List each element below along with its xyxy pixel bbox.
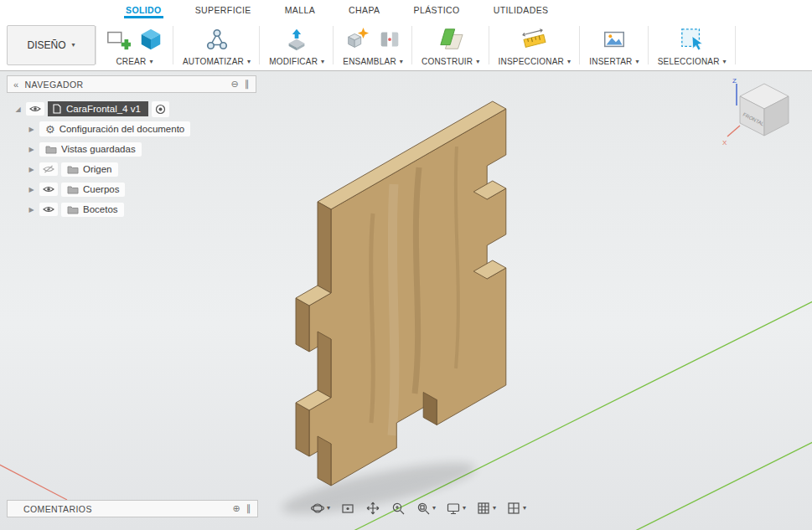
expand-icon[interactable]: ▶ (27, 166, 36, 173)
drag-handle-icon[interactable]: ∥ (246, 503, 251, 514)
joint-icon (377, 27, 402, 52)
expand-icon[interactable]: ▶ (27, 126, 36, 133)
automate-button[interactable] (204, 26, 230, 53)
joint-button[interactable] (376, 26, 403, 53)
fit-button[interactable]: ▾ (414, 500, 437, 517)
group-label: CREAR (116, 57, 146, 66)
chevron-down-icon: ▾ (493, 505, 496, 512)
model-tab-side[interactable] (296, 403, 309, 456)
new-component-icon (344, 27, 370, 52)
insert-image-button[interactable] (601, 26, 628, 53)
measure-icon (522, 27, 547, 52)
tree-item-sketches[interactable]: ▶ Bocetos (27, 199, 256, 219)
zoom-button[interactable] (389, 500, 407, 517)
group-dropdown-automatizar[interactable]: AUTOMATIZAR ▾ (183, 57, 251, 66)
folder-icon (45, 145, 57, 154)
new-component-button[interactable] (344, 26, 370, 53)
group-dropdown-construir[interactable]: CONSTRUIR ▾ (422, 57, 479, 66)
zoom-fit-icon (416, 501, 431, 516)
tab-chapa[interactable]: CHAPA (347, 2, 381, 18)
minimize-panel-icon[interactable]: ⊖ (230, 79, 239, 90)
gear-icon: ⚙ (45, 124, 55, 135)
navigator-tree: ◢ CaraFrontal_4 v1 (7, 93, 256, 219)
chevron-down-icon: ▾ (72, 42, 75, 49)
group-dropdown-insertar[interactable]: INSERTAR ▾ (589, 57, 639, 66)
comments-header[interactable]: COMENTARIOS ⊕ ∥ (7, 500, 258, 517)
model-body[interactable] (296, 101, 506, 486)
viewport[interactable]: Z X FRONTAL « NAVEGADOR ⊖ ∥ ◢ (0, 71, 812, 530)
orbit-button[interactable]: ▾ (308, 500, 332, 517)
press-pull-button[interactable] (283, 26, 310, 53)
group-label: ENSAMBLAR (343, 57, 396, 66)
press-pull-icon (284, 27, 309, 52)
tab-malla[interactable]: MALLA (283, 2, 317, 18)
eye-hidden-icon (43, 165, 54, 173)
expand-icon[interactable]: ▶ (27, 206, 36, 214)
look-at-icon (340, 501, 355, 516)
pan-button[interactable] (364, 500, 382, 517)
group-dropdown-seleccionar[interactable]: SELECCIONAR ▾ (658, 57, 727, 66)
visibility-toggle[interactable] (39, 162, 58, 176)
model-tab-side[interactable] (296, 298, 309, 352)
construct-plane-button[interactable] (437, 26, 464, 53)
navigator-panel: « NAVEGADOR ⊖ ∥ ◢ (7, 75, 256, 219)
tree-root-row[interactable]: ◢ CaraFrontal_4 v1 (13, 99, 256, 119)
pan-icon (365, 501, 380, 516)
create-solid-button[interactable] (137, 26, 164, 53)
chevron-down-icon: ▾ (723, 59, 727, 65)
group-label: INSERTAR (589, 57, 632, 66)
tree-item-document-settings[interactable]: ▶ ⚙ Configuración del documento (27, 119, 256, 139)
automation-nodes-icon (204, 27, 230, 52)
tree-item-origin[interactable]: ▶ Origen (27, 159, 256, 179)
model-left-edge[interactable] (318, 202, 331, 293)
select-cursor-icon (680, 27, 705, 52)
ribbon: SOLIDO SUPERFICIE MALLA CHAPA PLÁSTICO U… (0, 0, 812, 71)
viewports-button[interactable]: ▾ (504, 500, 528, 517)
ribbon-toolbar: DISEÑO ▾ (0, 18, 812, 70)
axis-x-label: X (722, 139, 727, 147)
document-icon (53, 104, 61, 114)
tree-item-label: Vistas guardadas (61, 144, 136, 154)
expand-open-icon[interactable]: ◢ (13, 105, 23, 113)
eye-icon (29, 105, 41, 113)
chevron-down-icon: ▾ (567, 59, 571, 65)
tab-utilidades[interactable]: UTILIDADES (492, 2, 551, 18)
group-dropdown-crear[interactable]: CREAR ▾ (116, 57, 153, 66)
select-button[interactable] (679, 26, 706, 53)
tree-item-bodies[interactable]: ▶ Cuerpos (27, 179, 256, 199)
add-comment-icon[interactable]: ⊕ (232, 503, 240, 514)
create-sketch-button[interactable] (105, 26, 132, 53)
display-settings-icon (446, 501, 461, 516)
design-menu-button[interactable]: DISEÑO ▾ (7, 25, 96, 65)
visibility-toggle[interactable] (26, 102, 44, 116)
chevron-down-icon: ▾ (636, 59, 639, 65)
navigator-header[interactable]: « NAVEGADOR ⊖ ∥ (7, 75, 256, 93)
group-dropdown-ensamblar[interactable]: ENSAMBLAR ▾ (343, 57, 403, 66)
group-seleccionar: SELECCIONAR ▾ (649, 20, 736, 70)
tab-plastico[interactable]: PLÁSTICO (412, 2, 462, 18)
visibility-toggle[interactable] (39, 203, 58, 216)
expand-icon[interactable]: ▶ (27, 186, 36, 193)
group-dropdown-modificar[interactable]: MODIFICAR ▾ (269, 57, 324, 66)
grid-icon (476, 501, 491, 516)
model-left-edge[interactable] (318, 436, 331, 486)
view-cube[interactable]: Z X FRONTAL (722, 77, 789, 147)
radio-icon (155, 104, 166, 115)
group-label: INSPECCIONAR (499, 57, 565, 66)
tab-solido[interactable]: SOLIDO (124, 2, 163, 18)
expand-icon[interactable]: ▶ (27, 146, 36, 153)
look-at-button[interactable] (339, 500, 357, 517)
model-left-edge[interactable] (318, 332, 331, 398)
tab-superficie[interactable]: SUPERFICIE (194, 2, 253, 18)
grid-settings-button[interactable]: ▾ (474, 500, 498, 517)
activate-component-radio[interactable] (152, 101, 169, 117)
root-component[interactable]: CaraFrontal_4 v1 (48, 101, 148, 116)
collapse-panel-icon[interactable]: « (13, 80, 19, 90)
group-dropdown-inspeccionar[interactable]: INSPECCIONAR ▾ (499, 57, 572, 66)
group-crear: CREAR ▾ (96, 20, 173, 70)
measure-button[interactable] (521, 26, 548, 53)
display-settings-button[interactable]: ▾ (444, 500, 468, 517)
visibility-toggle[interactable] (39, 183, 58, 196)
drag-handle-icon[interactable]: ∥ (245, 79, 250, 90)
tree-item-saved-views[interactable]: ▶ Vistas guardadas (27, 139, 256, 159)
